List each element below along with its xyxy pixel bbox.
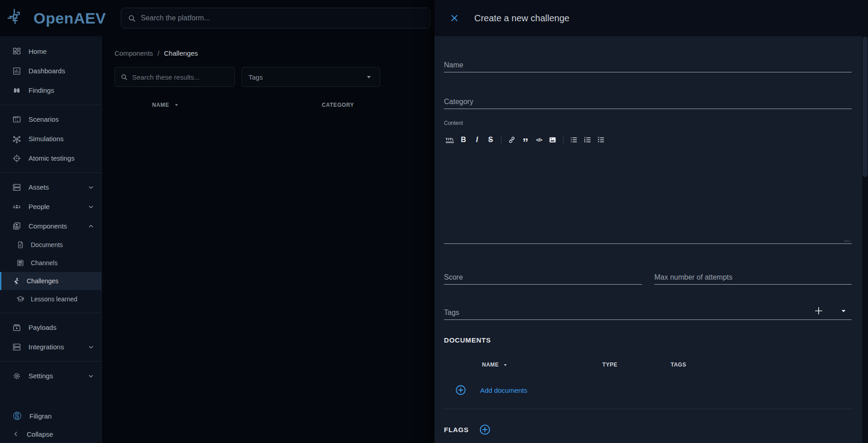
drawer-scrollbar-track — [862, 0, 868, 443]
tags-filter-dropdown[interactable]: Tags — [242, 67, 380, 87]
chevron-down-icon — [87, 203, 95, 211]
dropdown-caret-icon — [364, 72, 373, 81]
sidebar-item-simulations[interactable]: Simulations — [0, 129, 101, 148]
insert-image-button[interactable] — [547, 133, 558, 146]
name-input[interactable] — [444, 61, 852, 69]
toolbar-separator — [501, 135, 501, 144]
add-tag-button[interactable] — [814, 306, 824, 316]
score-field — [444, 263, 642, 285]
max-attempts-input[interactable] — [654, 273, 852, 281]
chevron-left-icon — [12, 430, 19, 438]
sidebar-item-home[interactable]: Home — [0, 42, 101, 61]
filigran-logo-icon — [12, 411, 22, 421]
sidebar-item-settings[interactable]: Settings — [0, 366, 101, 386]
richtext-toolbar: TITL B I S ” </> — [444, 133, 852, 147]
flags-section-title: FLAGS — [444, 426, 469, 433]
sidebar-item-documents[interactable]: Documents — [0, 236, 101, 254]
sort-arrow-icon — [502, 362, 509, 368]
score-input[interactable] — [444, 273, 642, 281]
category-field — [444, 87, 852, 109]
graduation-cap-icon — [16, 295, 24, 303]
results-search-input[interactable] — [132, 73, 229, 81]
sidebar-item-atomic-testings[interactable]: Atomic testings — [0, 148, 101, 168]
platform-search — [121, 8, 430, 29]
drawer-header: Create a new challenge — [434, 0, 868, 36]
create-challenge-drawer: Create a new challenge Content TITL B I … — [434, 0, 868, 443]
flags-section: FLAGS — [444, 424, 852, 436]
content-editor[interactable]: ⋯ — [444, 147, 852, 244]
target-icon — [12, 154, 21, 163]
home-grid-icon — [12, 47, 21, 56]
heading-format-button[interactable]: TITL — [444, 133, 456, 146]
platform-search-input[interactable] — [141, 14, 424, 22]
sidebar-item-findings[interactable]: Findings — [0, 81, 101, 100]
close-drawer-button[interactable] — [446, 10, 463, 26]
sidebar-item-payloads[interactable]: Payloads — [0, 318, 101, 337]
add-flag-button[interactable] — [479, 424, 491, 436]
results-search-box — [114, 67, 235, 87]
sidebar-divider — [0, 172, 101, 173]
add-documents-button[interactable]: Add documents — [444, 382, 852, 398]
sidebar-item-scenarios[interactable]: Scenarios — [0, 110, 101, 129]
content-field-label: Content — [444, 120, 852, 127]
tags-dropdown-caret-icon[interactable] — [839, 306, 848, 315]
document-file-icon — [16, 241, 24, 249]
drawer-scrollbar-thumb[interactable] — [863, 37, 868, 177]
bar-chart-icon — [12, 67, 21, 76]
app-logo[interactable]: OpenAEV — [6, 8, 106, 28]
hub-network-icon — [12, 134, 21, 143]
chevron-down-icon — [87, 183, 95, 191]
newspaper-icon — [12, 222, 21, 231]
editor-resize-handle[interactable]: ⋯ — [844, 238, 851, 243]
column-header-category: CATEGORY — [322, 102, 354, 108]
sidebar-footer: Filigran Collapse — [0, 407, 101, 443]
doc-column-type: TYPE — [602, 362, 671, 368]
section-divider — [444, 409, 852, 409]
max-attempts-field — [654, 263, 852, 285]
sidebar-item-assets[interactable]: Assets — [0, 177, 101, 197]
doc-column-name[interactable]: NAME — [482, 362, 602, 368]
filigran-link[interactable]: Filigran — [0, 407, 101, 425]
sidebar-divider — [0, 105, 101, 105]
documents-section-title: DOCUMENTS — [444, 336, 852, 344]
movie-icon — [12, 115, 21, 124]
sidebar-item-dashboards[interactable]: Dashboards — [0, 61, 101, 81]
sidebar-item-lessons-learned[interactable]: Lessons learned — [0, 290, 101, 308]
gear-icon — [12, 372, 21, 381]
chevron-down-icon — [87, 372, 95, 380]
sidebar-item-people[interactable]: People — [0, 197, 101, 216]
score-attempts-row — [444, 263, 852, 285]
collapse-sidebar-button[interactable]: Collapse — [0, 425, 101, 443]
article-icon — [16, 259, 24, 267]
italic-button[interactable]: I — [471, 133, 483, 146]
doc-column-tags: TAGS — [671, 362, 686, 368]
breadcrumb-components-link[interactable]: Components — [114, 49, 153, 57]
challenge-person-icon — [12, 277, 20, 285]
column-header-name[interactable]: NAME — [152, 101, 322, 109]
sidebar-item-challenges[interactable]: Challenges — [0, 272, 101, 290]
link-button[interactable] — [506, 133, 518, 146]
sidebar-item-integrations[interactable]: Integrations — [0, 337, 101, 357]
app-logo-text: OpenAEV — [33, 10, 106, 27]
sidebar-item-channels[interactable]: Channels — [0, 254, 101, 272]
category-input[interactable] — [444, 98, 852, 106]
people-group-icon — [12, 202, 21, 211]
strikethrough-button[interactable]: S — [485, 133, 496, 146]
toolbar-separator — [563, 135, 563, 144]
server-stack-icon — [12, 343, 21, 352]
checklist-button[interactable] — [595, 133, 607, 146]
code-button[interactable]: </> — [533, 133, 545, 146]
tags-input[interactable] — [444, 309, 852, 317]
bullet-list-button[interactable] — [568, 133, 580, 146]
sidebar: Home Dashboards Findings Scenarios Simul… — [0, 36, 102, 443]
search-icon — [120, 73, 128, 81]
numbered-list-button[interactable] — [582, 133, 593, 146]
payload-box-icon — [12, 323, 21, 332]
blockquote-button[interactable]: ” — [520, 133, 531, 146]
sidebar-divider — [0, 313, 101, 313]
binoculars-icon — [12, 86, 21, 95]
bold-button[interactable]: B — [458, 133, 469, 146]
drawer-body: Content TITL B I S ” </> — [434, 36, 868, 443]
name-field — [444, 51, 852, 72]
sidebar-item-components[interactable]: Components — [0, 216, 101, 236]
